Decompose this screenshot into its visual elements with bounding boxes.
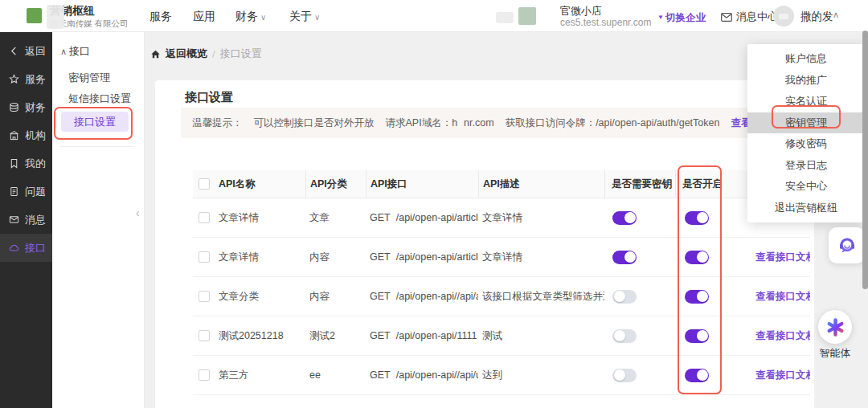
api-description: 文章详情 [478, 238, 604, 276]
api-endpoint: GET/api/open-api/articled [366, 198, 478, 237]
enabled-toggle[interactable] [685, 369, 709, 382]
cloud-icon [9, 243, 19, 253]
sidebar-collapse-handle[interactable]: ‹ [136, 206, 140, 219]
submenu-header[interactable]: ∧接口 [60, 44, 90, 59]
api-description: 文章详情 [478, 198, 604, 237]
row-checkbox[interactable] [199, 212, 210, 223]
column-header-api-category: API分类 [305, 170, 366, 198]
menu-item-my-promotion[interactable]: 我的推广 [747, 70, 865, 92]
need-key-toggle[interactable] [612, 369, 637, 382]
api-description: 该接口根据文章类型筛选并返回 [478, 277, 604, 316]
mail-icon [9, 214, 19, 225]
finance-icon [9, 102, 19, 112]
api-endpoint: GET/api/open-api/article [366, 238, 478, 276]
sidebar-item-back[interactable]: 返回 [0, 37, 52, 65]
row-checkbox[interactable] [199, 369, 210, 381]
user-name[interactable]: 撒的发 [800, 10, 833, 24]
sidebar-item-mine[interactable]: 我的 [0, 149, 52, 177]
chevron-down-icon: ∨ [260, 13, 266, 22]
row-checkbox[interactable] [199, 330, 210, 341]
mail-icon [721, 13, 732, 22]
sidebar-item-organization[interactable]: 机构 [0, 121, 52, 149]
view-api-docs-link[interactable]: 查看接口文档 [755, 369, 810, 382]
menu-item-account-info[interactable]: 账户信息 [747, 48, 865, 70]
ai-agent-label: 智能体 [815, 346, 855, 361]
enabled-toggle[interactable] [685, 290, 709, 304]
menu-item-key-management[interactable]: 密钥管理 [747, 112, 865, 134]
home-icon [150, 49, 161, 59]
view-api-docs-link[interactable]: 查看接口文档 [755, 290, 810, 304]
star-icon [9, 74, 19, 84]
menu-item-logout[interactable]: 退出营销枢纽 [747, 198, 865, 219]
nav-item-services[interactable]: 服务 [149, 10, 172, 24]
nav-item-finance[interactable]: 财务∨ [235, 10, 266, 24]
menu-item-login-logs[interactable]: 登录日志 [747, 155, 865, 177]
submenu-item-api-settings[interactable]: 接口设置 [61, 112, 129, 132]
row-checkbox[interactable] [199, 251, 210, 263]
scrollbar-thumb[interactable] [862, 31, 868, 289]
api-name: 第三方 [217, 356, 305, 394]
api-name: 测试20251218 [217, 316, 305, 355]
api-description: 测试 [478, 316, 604, 355]
select-all-checkbox[interactable] [199, 178, 210, 190]
table-row: 测试20251218 测试2 GET/api/open-api/1111复制 测… [193, 316, 810, 356]
redaction-patch [496, 12, 514, 23]
chevron-down-icon: ∨ [314, 13, 320, 22]
view-api-docs-link[interactable]: 查看接口文档 [755, 251, 810, 264]
submenu-item-key-management[interactable]: 密钥管理 [68, 71, 110, 85]
table-row: 文章详情 内容 GET/api/open-api/article 文章详情 查看… [193, 238, 810, 277]
table-row: 文章分类 内容 GET/api/open-api//api/art 该接口根据文… [193, 277, 810, 316]
shop-domain: ces5.test.supenr.com [560, 17, 651, 28]
column-header-enabled: 是否开启 [675, 170, 726, 198]
api-name: 文章详情 [217, 238, 305, 276]
notice-token-label: 获取接口访问令牌：/api/open-api/auth/getToken [506, 116, 720, 130]
switch-company-button[interactable]: ▼切换企业 [657, 11, 706, 25]
enabled-toggle[interactable] [685, 251, 709, 264]
sidebar-item-questions[interactable]: 问题 [0, 177, 52, 206]
triangle-down-icon: ▼ [657, 14, 664, 21]
sidebar-item-messages[interactable]: 消息 [0, 206, 52, 234]
breadcrumb-home[interactable]: 返回概览 [166, 47, 207, 61]
api-description: 达到 [478, 356, 604, 394]
submenu-item-sms-api-settings[interactable]: 短信接口设置 [68, 92, 131, 106]
notice-tip: 可以控制接口是否对外开放 [254, 116, 375, 130]
notice-prefix: 温馨提示： [192, 116, 243, 130]
api-category: 文章 [305, 198, 366, 237]
breadcrumb: 返回概览 / 接口设置 [150, 47, 262, 61]
need-key-toggle[interactable] [612, 211, 637, 225]
enabled-toggle[interactable] [685, 329, 709, 343]
nav-item-apps[interactable]: 应用 [193, 10, 215, 24]
nav-item-about[interactable]: 关于∨ [289, 10, 320, 24]
row-checkbox[interactable] [199, 291, 210, 302]
column-header-api-name: API名称 [217, 170, 305, 198]
message-center-button[interactable]: 消息中心 [721, 10, 778, 24]
bookmark-icon [9, 158, 19, 169]
api-settings-card: 接口设置 温馨提示： 可以控制接口是否对外开放 请求API域名：h nr.com… [155, 80, 814, 408]
api-category: 内容 [305, 238, 366, 276]
org-icon [9, 130, 19, 141]
menu-item-security-center[interactable]: 安全中心 [747, 176, 865, 198]
enabled-toggle[interactable] [685, 211, 709, 225]
avatar[interactable] [773, 6, 794, 27]
chevron-up-icon: ∧ [833, 10, 839, 20]
api-endpoint: GET/api/open-api/1111复制 [366, 316, 478, 355]
topbar: 营销枢纽 南天南传媒 有限公司 服务 应用 财务∨ 关于∨ 官微小店 ces5.… [0, 0, 868, 32]
need-key-toggle[interactable] [612, 329, 637, 343]
customer-service-button[interactable] [829, 227, 865, 263]
column-header-api-endpoint: API接口 [366, 170, 478, 198]
menu-item-real-name-auth[interactable]: 实名认证 [747, 91, 865, 112]
sidebar-item-services[interactable]: 服务 [0, 65, 52, 93]
notice-domain-suffix: nr.com [464, 117, 494, 129]
api-name: 文章详情 [217, 198, 305, 237]
need-key-toggle[interactable] [612, 251, 637, 264]
sidebar-item-finance[interactable]: 财务 [0, 93, 52, 121]
secondary-sidebar: ∧接口 密钥管理 短信接口设置 接口设置 [52, 32, 145, 408]
column-header-need-key: 是否需要密钥 [604, 170, 675, 198]
sidebar-item-api[interactable]: 接口 [0, 234, 52, 262]
view-api-docs-link[interactable]: 查看接口文档 [755, 329, 810, 343]
ai-agent-button[interactable] [818, 310, 852, 344]
need-key-toggle[interactable] [612, 290, 637, 304]
api-category: 内容 [305, 277, 366, 316]
menu-item-change-password[interactable]: 修改密码 [747, 133, 865, 155]
api-endpoint: GET/api/open-api//api/art [366, 277, 478, 316]
